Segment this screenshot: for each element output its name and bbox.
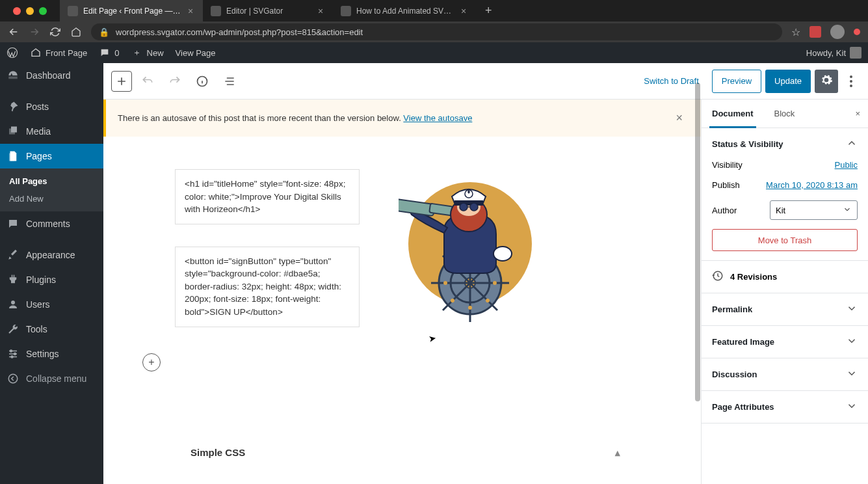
menu-pages[interactable]: Pages [0, 144, 103, 168]
panel-permalink[interactable]: Permalink [702, 293, 868, 325]
link-label: View the autosave [403, 113, 472, 123]
redo-button[interactable] [163, 70, 187, 93]
field-label: Visibility [712, 160, 743, 170]
menu-collapse[interactable]: Collapse menu [0, 366, 103, 391]
add-block-inline-button[interactable]: + [142, 353, 161, 371]
menu-appearance[interactable]: Appearance [0, 243, 103, 267]
code-text: <button id="signButton" type="button" st… [185, 256, 344, 317]
tab-close-icon[interactable]: × [316, 7, 325, 16]
editor-canvas[interactable]: There is an autosave of this post that i… [103, 100, 701, 484]
panel-discussion[interactable]: Discussion [702, 358, 868, 390]
menu-label: Collapse menu [26, 373, 86, 384]
html-block-1[interactable]: <h1 id="titleHome" style="font-size: 48p… [175, 169, 360, 224]
svg-point-8 [850, 80, 852, 83]
html-block-2[interactable]: <button id="signButton" type="button" st… [175, 247, 360, 327]
howdy-user[interactable]: Howdy, Kit [806, 47, 861, 59]
author-select[interactable]: Kit [770, 200, 858, 220]
home-button[interactable] [70, 26, 82, 38]
move-to-trash-button[interactable]: Move to Trash [712, 229, 858, 251]
menu-label: Posts [26, 101, 49, 112]
menu-comments[interactable]: Comments [0, 211, 103, 236]
visibility-link[interactable]: Public [835, 160, 858, 170]
comments-link[interactable]: 0 [99, 47, 119, 59]
reload-button[interactable] [49, 26, 61, 38]
tab-block[interactable]: Block [764, 100, 806, 128]
minimize-window-button[interactable] [26, 7, 34, 15]
svg-point-20 [443, 281, 447, 285]
undo-button[interactable] [136, 70, 159, 93]
info-button[interactable] [191, 70, 214, 93]
new-label: New [147, 48, 164, 58]
notice-text: There is an autosave of this post that i… [118, 113, 403, 123]
more-options-button[interactable] [842, 75, 860, 87]
svg-point-3 [14, 353, 16, 355]
wp-logo-menu[interactable] [7, 47, 18, 59]
panel-title: Discussion [712, 370, 757, 379]
dashboard-icon [7, 69, 20, 82]
preview-button[interactable]: Preview [712, 70, 761, 93]
tab-document[interactable]: Document [702, 100, 764, 128]
home-icon [30, 47, 42, 59]
close-window-button[interactable] [13, 7, 21, 15]
address-bar[interactable]: 🔒 wordpress.svgator.com/wp-admin/post.ph… [91, 23, 782, 40]
submenu-all-pages[interactable]: All Pages [0, 172, 103, 190]
browser-tab[interactable]: How to Add Animated SVG to W × [333, 0, 476, 21]
dismiss-notice-button[interactable]: × [669, 109, 689, 128]
comment-icon [99, 47, 111, 59]
submenu-add-new[interactable]: Add New [0, 190, 103, 208]
view-autosave-link[interactable]: View the autosave [403, 113, 472, 123]
menu-posts[interactable]: Posts [0, 94, 103, 119]
new-link[interactable]: ＋New [131, 47, 164, 59]
profile-avatar[interactable] [830, 25, 845, 39]
new-tab-button[interactable]: + [476, 0, 501, 21]
close-inspector-button[interactable]: × [847, 100, 868, 128]
menu-settings[interactable]: Settings [0, 342, 103, 366]
button-label: Update [774, 76, 802, 86]
svg-point-33 [460, 203, 467, 211]
simple-css-panel[interactable]: Simple CSS ▴ [175, 437, 636, 469]
menu-tools[interactable]: Tools [0, 317, 103, 342]
back-button[interactable] [8, 26, 20, 38]
panel-title: Status & Visibility [712, 139, 783, 149]
update-button[interactable]: Update [765, 70, 811, 93]
panel-page-attributes[interactable]: Page Attributes [702, 391, 868, 423]
plugin-icon [7, 273, 20, 286]
panel-title: Featured Image [712, 337, 774, 347]
notification-dot-icon[interactable] [854, 29, 860, 35]
content-area: <h1 id="titleHome" style="font-size: 48p… [103, 137, 701, 482]
menu-label: Users [26, 299, 50, 310]
site-name-link[interactable]: Front Page [30, 47, 87, 59]
browser-tab-active[interactable]: Edit Page ‹ Front Page — WordP × [60, 0, 203, 21]
menu-dashboard[interactable]: Dashboard [0, 63, 103, 88]
menu-plugins[interactable]: Plugins [0, 267, 103, 292]
revisions-row[interactable]: 4 Revisions [702, 261, 868, 293]
menu-label: Tools [26, 324, 47, 334]
chevron-down-icon [846, 335, 858, 349]
publish-date-link[interactable]: March 10, 2020 8:13 am [766, 180, 858, 190]
tab-close-icon[interactable]: × [459, 7, 468, 16]
panel-featured-image[interactable]: Featured Image [702, 326, 868, 358]
field-label: Author [712, 206, 737, 215]
extension-icon[interactable] [809, 26, 821, 38]
star-icon[interactable]: ☆ [791, 26, 800, 38]
revisions-label: 4 Revisions [730, 272, 777, 282]
field-label: Publish [712, 180, 740, 190]
mouse-cursor-icon: ➤ [428, 332, 438, 344]
captain-illustration[interactable] [399, 169, 535, 325]
menu-users[interactable]: Users [0, 292, 103, 317]
browser-tab[interactable]: Editor | SVGator × [203, 0, 333, 21]
tab-close-icon[interactable]: × [186, 7, 195, 16]
maximize-window-button[interactable] [39, 7, 47, 15]
add-block-button[interactable] [111, 71, 132, 92]
settings-button[interactable] [815, 70, 838, 93]
view-page-link[interactable]: View Page [176, 48, 216, 58]
menu-media[interactable]: Media [0, 119, 103, 144]
panel-header[interactable]: Status & Visibility [702, 128, 868, 160]
sliders-icon [7, 347, 20, 360]
brush-icon [7, 249, 20, 262]
collapse-icon[interactable]: ▴ [615, 447, 620, 459]
forward-button[interactable] [29, 26, 40, 38]
favicon-icon [68, 6, 78, 16]
scrollbar[interactable] [695, 100, 700, 401]
outline-button[interactable] [218, 70, 241, 93]
